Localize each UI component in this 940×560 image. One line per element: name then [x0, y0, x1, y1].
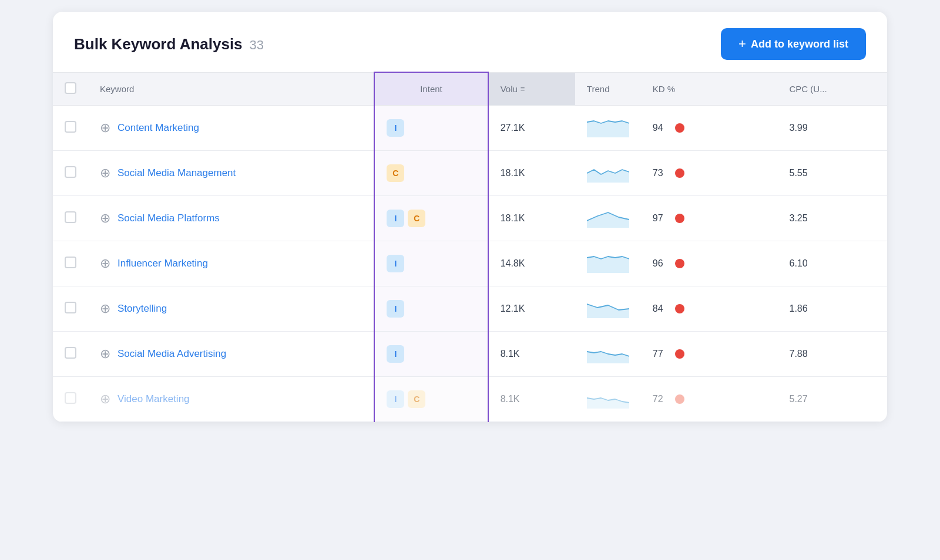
intent-badge-I: I: [387, 300, 404, 318]
table-row: ⊕ Social Media Platforms IC18.1K 97 3.25: [53, 195, 887, 241]
volume-cell: 14.8K: [488, 241, 575, 286]
trend-cell: [575, 195, 641, 241]
add-keyword-icon[interactable]: ⊕: [100, 346, 110, 362]
row-checkbox-cell: [53, 241, 88, 286]
main-card: Bulk Keyword Analysis 33 + Add to keywor…: [53, 12, 887, 422]
kd-value: 97: [653, 213, 669, 224]
page-title: Bulk Keyword Analysis: [74, 35, 243, 53]
kd-value: 77: [653, 349, 669, 359]
row-checkbox-cell: [53, 286, 88, 331]
col-header-checkbox: [53, 72, 88, 105]
volume-cell: 12.1K: [488, 286, 575, 331]
trend-cell: [575, 331, 641, 376]
kd-cell: 72: [641, 376, 778, 421]
keyword-count: 33: [250, 38, 264, 53]
add-to-keyword-list-button[interactable]: + Add to keyword list: [721, 28, 866, 60]
title-block: Bulk Keyword Analysis 33: [74, 35, 264, 53]
plus-icon: +: [738, 36, 746, 52]
keyword-link[interactable]: Social Media Advertising: [118, 348, 226, 360]
kd-cell: 77: [641, 331, 778, 376]
keyword-cell: ⊕ Social Media Management: [88, 150, 374, 195]
add-keyword-icon[interactable]: ⊕: [100, 301, 110, 316]
keyword-cell: ⊕ Content Marketing: [88, 105, 374, 150]
table-row: ⊕ Influencer Marketing I14.8K 96 6.10: [53, 241, 887, 286]
trend-cell: [575, 150, 641, 195]
add-button-label: Add to keyword list: [751, 38, 848, 50]
intent-cell: I: [374, 286, 488, 331]
kd-difficulty-dot: [675, 394, 684, 404]
intent-cell: I: [374, 241, 488, 286]
volume-cell: 8.1K: [488, 376, 575, 421]
keyword-table: Keyword Intent Volu ≡ Trend KD %: [53, 72, 887, 422]
kd-value: 94: [653, 123, 669, 133]
kd-difficulty-dot: [675, 168, 684, 178]
keyword-link[interactable]: Social Media Management: [118, 167, 236, 179]
intent-badge-I: I: [387, 119, 404, 137]
kd-value: 96: [653, 258, 669, 269]
cpc-cell: 1.86: [778, 286, 887, 331]
row-checkbox-cell: [53, 376, 88, 421]
trend-cell: [575, 105, 641, 150]
row-checkbox[interactable]: [65, 302, 76, 313]
row-checkbox-cell: [53, 105, 88, 150]
keyword-link[interactable]: Video Marketing: [118, 393, 190, 405]
kd-cell: 94: [641, 105, 778, 150]
kd-cell: 73: [641, 150, 778, 195]
volume-cell: 8.1K: [488, 331, 575, 376]
intent-badge-I: I: [387, 255, 404, 272]
trend-cell: [575, 286, 641, 331]
intent-cell: I: [374, 331, 488, 376]
add-keyword-icon[interactable]: ⊕: [100, 120, 110, 136]
volume-cell: 18.1K: [488, 150, 575, 195]
add-keyword-icon[interactable]: ⊕: [100, 211, 110, 226]
volume-cell: 18.1K: [488, 195, 575, 241]
cpc-cell: 3.25: [778, 195, 887, 241]
row-checkbox-cell: [53, 195, 88, 241]
keyword-link[interactable]: Influencer Marketing: [118, 258, 208, 269]
cpc-cell: 5.27: [778, 376, 887, 421]
intent-cell: C: [374, 150, 488, 195]
col-header-volume: Volu ≡: [488, 72, 575, 105]
cpc-cell: 7.88: [778, 331, 887, 376]
intent-cell: IC: [374, 195, 488, 241]
intent-cell: I: [374, 105, 488, 150]
kd-cell: 84: [641, 286, 778, 331]
keyword-cell: ⊕ Influencer Marketing: [88, 241, 374, 286]
kd-difficulty-dot: [675, 349, 684, 359]
keyword-cell: ⊕ Storytelling: [88, 286, 374, 331]
intent-badge-I: I: [387, 210, 404, 227]
row-checkbox[interactable]: [65, 392, 76, 404]
keyword-cell: ⊕ Social Media Platforms: [88, 195, 374, 241]
filter-icon[interactable]: ≡: [521, 85, 525, 93]
col-header-cpc: CPC (U...: [778, 72, 887, 105]
kd-difficulty-dot: [675, 123, 684, 133]
table-row: ⊕ Video Marketing IC8.1K 72 5.27: [53, 376, 887, 421]
row-checkbox[interactable]: [65, 121, 76, 133]
col-header-intent: Intent: [374, 72, 488, 105]
intent-badge-C: C: [387, 164, 404, 182]
add-keyword-icon[interactable]: ⊕: [100, 256, 110, 271]
row-checkbox[interactable]: [65, 211, 76, 223]
kd-value: 84: [653, 303, 669, 314]
intent-badge-I: I: [387, 390, 404, 408]
kd-value: 73: [653, 168, 669, 178]
kd-difficulty-dot: [675, 259, 684, 268]
table-row: ⊕ Social Media Management C18.1K 73 5.55: [53, 150, 887, 195]
keyword-link[interactable]: Social Media Platforms: [118, 212, 220, 224]
intent-badge-I: I: [387, 345, 404, 363]
keyword-link[interactable]: Content Marketing: [118, 122, 199, 134]
row-checkbox[interactable]: [65, 347, 76, 359]
col-header-kd: KD %: [641, 72, 778, 105]
add-keyword-icon[interactable]: ⊕: [100, 392, 110, 407]
col-header-keyword: Keyword: [88, 72, 374, 105]
add-keyword-icon[interactable]: ⊕: [100, 166, 110, 181]
select-all-checkbox[interactable]: [65, 82, 76, 94]
cpc-cell: 3.99: [778, 105, 887, 150]
kd-cell: 96: [641, 241, 778, 286]
row-checkbox[interactable]: [65, 257, 76, 268]
cpc-cell: 5.55: [778, 150, 887, 195]
col-header-trend: Trend: [575, 72, 641, 105]
row-checkbox[interactable]: [65, 166, 76, 178]
trend-cell: [575, 241, 641, 286]
keyword-link[interactable]: Storytelling: [118, 303, 167, 315]
